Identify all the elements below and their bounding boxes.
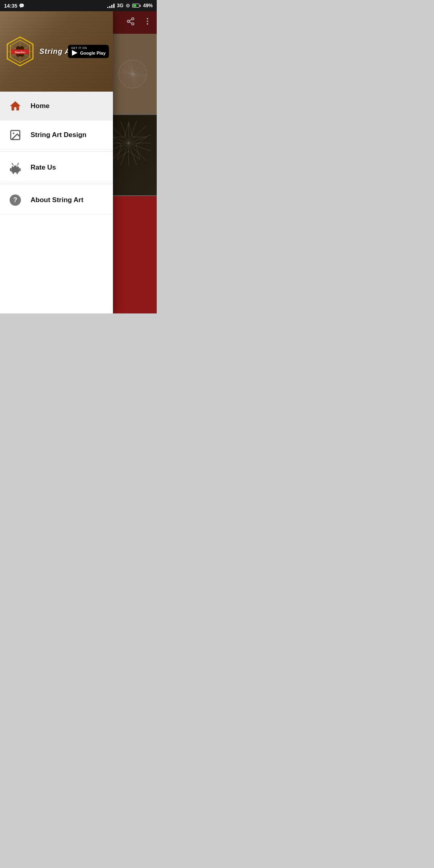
logo-area: RigariDev String Art (4, 35, 76, 68)
dim-overlay (113, 11, 157, 313)
notification-icon: 💬 (19, 3, 25, 8)
svg-rect-56 (12, 172, 14, 174)
wifi-icon: ⊙ (126, 3, 130, 8)
home-label: Home (31, 102, 49, 110)
google-play-badge[interactable]: GET IT ON (68, 45, 109, 58)
time: 14:35 (4, 3, 17, 9)
svg-line-52 (17, 163, 18, 165)
about-label: About String Art (31, 196, 84, 204)
string-art-design-label: String Art Design (31, 131, 86, 139)
image-icon-container (8, 128, 23, 142)
status-bar: 14:35 💬 3G ⊙ 49% (0, 0, 157, 11)
drawer-header: RigariDev String Art GET IT ON (0, 11, 113, 92)
svg-text:RigariDev: RigariDev (15, 51, 26, 53)
battery-icon (132, 4, 141, 8)
nav-item-rate-us[interactable]: Rate Us (0, 153, 113, 182)
home-icon-container (8, 99, 23, 113)
nav-item-about[interactable]: ? About String Art (0, 186, 113, 215)
android-icon (9, 161, 22, 174)
svg-rect-57 (16, 172, 18, 174)
svg-rect-54 (10, 168, 12, 171)
divider-2 (0, 184, 113, 184)
play-icon (71, 49, 78, 57)
divider-1 (0, 151, 113, 151)
rate-us-label: Rate Us (31, 164, 56, 172)
home-icon (9, 100, 22, 113)
svg-rect-55 (19, 168, 20, 171)
navigation-drawer: RigariDev String Art GET IT ON (0, 11, 113, 313)
drawer-nav: Home String Art Design (0, 92, 113, 313)
network-type: 3G (117, 3, 123, 8)
help-icon-container: ? (8, 193, 23, 207)
signal-icon (107, 3, 115, 8)
svg-point-47 (13, 132, 14, 134)
app-container: Dev (0, 11, 157, 313)
svg-point-49 (13, 166, 14, 167)
help-icon: ? (10, 194, 21, 206)
play-store-name: Google Play (80, 51, 106, 55)
nav-item-home[interactable]: Home (0, 92, 113, 121)
image-icon (9, 129, 21, 141)
play-store-label: Google Play (71, 49, 106, 57)
get-it-on-label: GET IT ON (71, 47, 87, 49)
app-logo: RigariDev (4, 35, 36, 68)
svg-rect-53 (12, 168, 19, 172)
status-right: 3G ⊙ 49% (107, 3, 153, 8)
nav-item-string-art-design[interactable]: String Art Design (0, 121, 113, 149)
svg-marker-45 (72, 50, 78, 56)
svg-point-50 (16, 166, 18, 167)
android-icon-container (8, 160, 23, 175)
battery-percent: 49% (143, 3, 153, 8)
svg-line-51 (12, 163, 13, 165)
status-left: 14:35 💬 (4, 3, 25, 9)
